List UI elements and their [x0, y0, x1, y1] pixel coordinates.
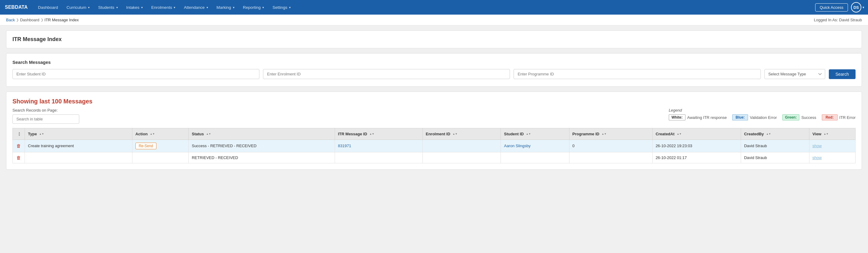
- col-status: Status ▲▼: [189, 128, 335, 140]
- programme-id-input[interactable]: [514, 69, 761, 79]
- nav-settings[interactable]: Settings ▾: [268, 0, 295, 15]
- search-section-title: Search Messages: [12, 60, 856, 65]
- table-section: Showing last 100 Messages Search Records…: [6, 91, 862, 170]
- legend: White: Awaiting ITR response Blue: Valid…: [669, 114, 856, 120]
- sort-icon[interactable]: ▲▼: [677, 133, 682, 135]
- cell-student-id: Aaron Slingsby: [501, 140, 569, 152]
- navbar: SEBDATA Dashboard Curriculum ▾ Students …: [0, 0, 868, 15]
- sort-icon[interactable]: ▲▼: [453, 133, 457, 135]
- cell-student-id: [501, 152, 569, 163]
- breadcrumb-dashboard[interactable]: Dashboard: [20, 18, 39, 22]
- user-dropdown[interactable]: DS ▾: [851, 2, 864, 12]
- itr-message-link[interactable]: 831971: [338, 143, 351, 148]
- cell-action: [132, 152, 189, 163]
- student-id-input[interactable]: [12, 69, 259, 79]
- col-created-by: CreatedBy ▲▼: [741, 128, 809, 140]
- show-link[interactable]: show: [812, 156, 822, 160]
- cell-created-at: 26-10-2022 19:23:03: [652, 140, 741, 152]
- nav-reporting[interactable]: Reporting ▾: [239, 0, 269, 15]
- nav-enrolments[interactable]: Enrolments ▾: [147, 0, 180, 15]
- search-records-label: Search Records on Page:: [12, 108, 79, 113]
- legend-red: Red: ITR Error: [822, 114, 856, 120]
- legend-white-desc: Awaiting ITR response: [687, 115, 727, 120]
- main-content: ITR Message Index Search Messages Select…: [0, 26, 868, 174]
- table-heading: Showing last 100 Messages: [12, 98, 856, 105]
- legend-red-box: Red:: [822, 114, 838, 120]
- cell-type: Create training agreement: [25, 140, 132, 152]
- col-itr-message-id: ITR Message ID ▲▼: [335, 128, 423, 140]
- chevron-down-icon: ▾: [233, 6, 235, 9]
- cell-enrolment-id: [423, 140, 501, 152]
- sort-icon: ▲▼: [18, 132, 21, 137]
- nav-attendance[interactable]: Attendance ▾: [180, 0, 212, 15]
- legend-green: Green: Success: [782, 114, 816, 120]
- cell-type: [25, 152, 132, 163]
- breadcrumb-bar: Back ❯ Dashboard ❯ ITR Message Index Log…: [0, 15, 868, 26]
- col-student-id: Student ID ▲▼: [501, 128, 569, 140]
- cell-created-at: 26-10-2022 01:17: [652, 152, 741, 163]
- search-card: Search Messages Select Message Type Sear…: [6, 53, 862, 87]
- sort-icon[interactable]: ▲▼: [602, 133, 607, 135]
- enrolment-id-input[interactable]: [263, 69, 510, 79]
- search-button[interactable]: Search: [829, 69, 856, 79]
- nav-intakes[interactable]: Intakes ▾: [122, 0, 147, 15]
- table-header-row: ▲▼ Type ▲▼ Action ▲▼ Status ▲▼: [13, 128, 856, 140]
- search-row: Select Message Type Search: [12, 69, 856, 79]
- sort-icon[interactable]: ▲▼: [526, 133, 531, 135]
- delete-icon[interactable]: 🗑: [17, 155, 21, 160]
- legend-red-desc: ITR Error: [839, 115, 856, 120]
- avatar[interactable]: DS: [851, 2, 861, 12]
- legend-title: Legend: [669, 108, 682, 113]
- data-table: ▲▼ Type ▲▼ Action ▲▼ Status ▲▼: [12, 128, 856, 163]
- brand-logo[interactable]: SEBDATA: [4, 5, 32, 10]
- col-delete: ▲▼: [13, 128, 25, 140]
- delete-icon[interactable]: 🗑: [17, 143, 21, 148]
- sort-icon[interactable]: ▲▼: [824, 133, 829, 135]
- cell-view: show: [809, 140, 856, 152]
- chevron-down-icon: ▾: [88, 6, 90, 9]
- col-enrolment-id: Enrolment ID ▲▼: [423, 128, 501, 140]
- col-programme-id: Programme ID ▲▼: [569, 128, 652, 140]
- cell-itr-message-id: [335, 152, 423, 163]
- student-id-link[interactable]: Aaron Slingsby: [504, 143, 530, 148]
- breadcrumb: Back ❯ Dashboard ❯ ITR Message Index: [6, 18, 79, 22]
- sort-icon[interactable]: ▲▼: [39, 133, 44, 135]
- cell-created-by: David Straub: [741, 140, 809, 152]
- table-search-input[interactable]: [12, 114, 79, 124]
- legend-blue-box: Blue:: [732, 114, 748, 120]
- sort-icon[interactable]: ▲▼: [150, 133, 155, 135]
- legend-green-desc: Success: [801, 115, 816, 120]
- page-title-card: ITR Message Index: [6, 30, 862, 48]
- quick-access-button[interactable]: Quick Access: [815, 3, 848, 11]
- cell-view: show: [809, 152, 856, 163]
- col-action: Action ▲▼: [132, 128, 189, 140]
- legend-blue-desc: Validation Error: [750, 115, 777, 120]
- chevron-down-icon: ▾: [262, 6, 264, 9]
- message-type-select[interactable]: Select Message Type: [765, 69, 825, 79]
- nav-dashboard[interactable]: Dashboard: [34, 0, 62, 15]
- nav-marking[interactable]: Marking ▾: [212, 0, 239, 15]
- cell-status: RETRIEVED - RECEIVED: [189, 152, 335, 163]
- sort-icon[interactable]: ▲▼: [766, 133, 771, 135]
- cell-created-by: David Straub: [741, 152, 809, 163]
- cell-programme-id: 0: [569, 140, 652, 152]
- navbar-right: Quick Access DS ▾: [815, 2, 864, 12]
- sort-icon[interactable]: ▲▼: [369, 133, 374, 135]
- col-type: Type ▲▼: [25, 128, 132, 140]
- cell-itr-message-id: 831971: [335, 140, 423, 152]
- breadcrumb-separator: ❯: [16, 18, 19, 22]
- cell-delete: 🗑: [13, 152, 25, 163]
- logged-in-as: Logged In As: David Straub: [814, 18, 862, 22]
- sort-icon[interactable]: ▲▼: [206, 133, 211, 135]
- legend-white: White: Awaiting ITR response: [669, 114, 727, 120]
- nav-curriculum[interactable]: Curriculum ▾: [62, 0, 94, 15]
- resend-button[interactable]: Re-Send: [135, 143, 156, 149]
- chevron-down-icon: ▾: [174, 6, 175, 9]
- legend-white-box: White:: [669, 114, 685, 120]
- nav-students[interactable]: Students ▾: [94, 0, 122, 15]
- back-link[interactable]: Back: [6, 18, 15, 22]
- cell-delete: 🗑: [13, 140, 25, 152]
- breadcrumb-separator2: ❯: [41, 18, 43, 22]
- col-created-at: CreatedAt ▲▼: [652, 128, 741, 140]
- show-link[interactable]: show: [812, 143, 822, 148]
